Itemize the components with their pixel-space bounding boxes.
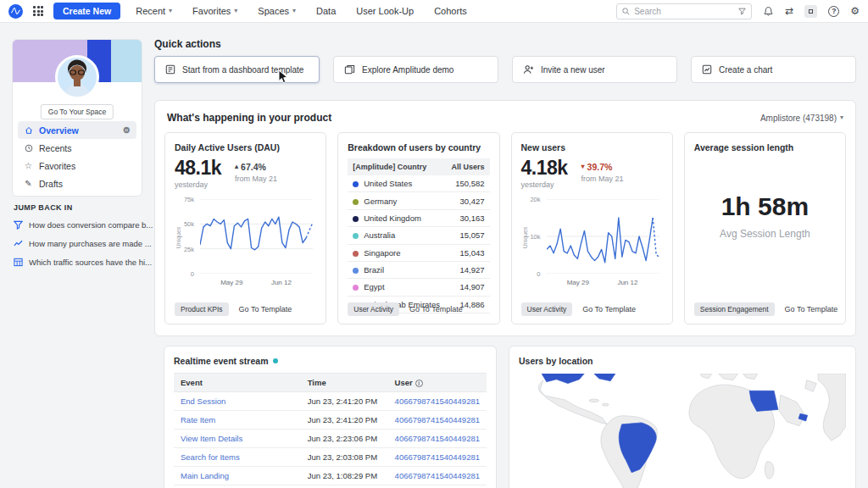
global-search bbox=[616, 3, 752, 19]
dau-chart-xticks: May 29Jun 12 bbox=[200, 279, 313, 289]
invite-user-button[interactable]: Invite a new user bbox=[512, 56, 677, 83]
add-user-icon bbox=[523, 64, 534, 75]
go-to-template-link[interactable]: Go To Template bbox=[582, 305, 636, 313]
star-icon: ☆ bbox=[24, 161, 33, 170]
event-link[interactable]: Rate Item bbox=[181, 415, 215, 424]
table-row: Search for ItemsJun 23, 2:03:08 PM406679… bbox=[174, 448, 487, 467]
user-id-link[interactable]: 4066798741540449281 bbox=[395, 434, 480, 443]
new-users-chart-yticks: 20k10k0 bbox=[521, 199, 543, 274]
user-id-link[interactable]: 4066798741540449281 bbox=[395, 452, 480, 462]
new-users-delta: ▾ 39.7% bbox=[581, 162, 624, 172]
menu-recent[interactable]: Recent▾ bbox=[136, 6, 172, 16]
create-chart-button[interactable]: Create a chart bbox=[691, 56, 856, 83]
profile-card: Go To Your Space Overview ⚙ Recents ☆ Fa… bbox=[12, 39, 142, 197]
table-row[interactable]: Brazil14,927 bbox=[348, 261, 489, 278]
jump-item-purchases[interactable]: How many purchases are made ... bbox=[14, 239, 146, 248]
product-kpis-tag[interactable]: Product KPIs bbox=[175, 302, 229, 316]
main-menu: Recent▾ Favorites▾ Spaces▾ Data User Loo… bbox=[136, 6, 467, 16]
dau-chart-yticks: 75k50k25k0 bbox=[175, 199, 197, 274]
table-row[interactable]: Egypt14,907 bbox=[348, 279, 489, 296]
go-to-your-space-button[interactable]: Go To Your Space bbox=[41, 104, 114, 119]
help-icon[interactable]: ? bbox=[828, 6, 839, 17]
amplitude-logo-icon[interactable] bbox=[8, 4, 23, 19]
menu-user-look-up[interactable]: User Look-Up bbox=[356, 6, 414, 16]
apps-grid-icon[interactable] bbox=[33, 6, 43, 16]
user-id-link[interactable]: 4066798741540449281 bbox=[395, 471, 480, 480]
sidebar-item-favorites[interactable]: ☆ Favorites bbox=[18, 157, 136, 175]
jump-item-traffic-sources[interactable]: Which traffic sources have the hi... bbox=[14, 258, 146, 267]
menu-cohorts[interactable]: Cohorts bbox=[434, 6, 467, 16]
pencil-icon: ✎ bbox=[24, 179, 33, 188]
table-row: Main LandingJun 23, 1:08:29 PM4066798741… bbox=[174, 467, 487, 485]
go-to-template-link[interactable]: Go To Template bbox=[239, 305, 292, 313]
sidebar-item-label: Overview bbox=[39, 125, 79, 136]
table-row[interactable]: Singapore15,043 bbox=[348, 244, 489, 261]
series-color-dot bbox=[353, 268, 359, 274]
event-link[interactable]: View Item Details bbox=[181, 434, 242, 443]
new-users-card: New users 4.18k yesterday ▾ 39.7% from M… bbox=[511, 132, 673, 324]
sidebar-item-drafts[interactable]: ✎ Drafts bbox=[18, 175, 136, 192]
session-engagement-tag[interactable]: Session Engagement bbox=[694, 302, 775, 316]
table-row: Complete ProfileJun 23, 1:04:24 PM406679… bbox=[174, 485, 487, 488]
user-col-header: User bbox=[395, 378, 413, 387]
browser-windows-icon bbox=[344, 64, 355, 75]
go-to-template-link[interactable]: Go To Template bbox=[785, 305, 838, 313]
filter-funnel-icon[interactable] bbox=[738, 8, 746, 15]
table-icon bbox=[14, 258, 23, 267]
pathfinder-arrows-icon[interactable]: ⇄ bbox=[785, 6, 793, 16]
event-link[interactable]: Search for Items bbox=[181, 452, 240, 462]
menu-favorites[interactable]: Favorites▾ bbox=[192, 6, 237, 16]
user-id-link[interactable]: 4066798741540449281 bbox=[395, 396, 480, 406]
event-col-header: Event bbox=[174, 374, 301, 392]
avatar[interactable] bbox=[55, 55, 99, 99]
country-table: [Amplitude] Country All Users United Sta… bbox=[348, 158, 489, 313]
menu-spaces[interactable]: Spaces▾ bbox=[258, 6, 296, 16]
live-indicator-dot bbox=[273, 358, 278, 363]
users-by-location-card: Users by location bbox=[509, 346, 856, 488]
go-to-template-link[interactable]: Go To Template bbox=[409, 305, 463, 313]
new-users-chart-xticks: May 29Jun 12 bbox=[547, 279, 659, 289]
new-users-value: 4.18k bbox=[521, 158, 568, 178]
product-updates-icon[interactable] bbox=[804, 5, 817, 18]
overview-settings-gear-icon[interactable]: ⚙ bbox=[123, 125, 131, 135]
sidebar-item-overview[interactable]: Overview ⚙ bbox=[18, 121, 136, 139]
table-row[interactable]: United States150,582 bbox=[348, 175, 489, 192]
table-row[interactable]: Germany30,427 bbox=[348, 192, 489, 209]
series-color-dot bbox=[353, 233, 359, 239]
table-row: View Item DetailsJun 23, 2:23:06 PM40667… bbox=[174, 430, 487, 448]
sidebar-item-label: Favorites bbox=[39, 161, 75, 171]
table-row[interactable]: Australia15,057 bbox=[348, 227, 489, 244]
info-icon[interactable]: i bbox=[415, 380, 423, 387]
country-col-header: [Amplitude] Country bbox=[348, 158, 446, 175]
menu-data[interactable]: Data bbox=[316, 6, 336, 16]
chevron-down-icon: ▾ bbox=[292, 8, 296, 14]
country-card-title: Breakdown of users by country bbox=[348, 142, 489, 152]
series-color-dot bbox=[353, 216, 359, 222]
notifications-bell-icon[interactable] bbox=[763, 6, 774, 17]
jump-back-in-section: JUMP BACK IN How does conversion compare… bbox=[14, 203, 146, 276]
sidebar-item-label: Drafts bbox=[39, 179, 63, 189]
series-color-dot bbox=[353, 199, 359, 205]
jump-item-conversion[interactable]: How does conversion compare b... bbox=[14, 220, 146, 230]
start-dashboard-template-button[interactable]: Start from a dashboard template bbox=[154, 56, 320, 83]
sidebar-item-recents[interactable]: Recents bbox=[18, 139, 136, 157]
project-selector[interactable]: Amplistore (473198) ▾ bbox=[760, 114, 843, 123]
settings-gear-icon[interactable]: ⚙ bbox=[850, 6, 860, 16]
quick-actions-heading: Quick actions bbox=[154, 38, 221, 50]
event-table: Event Time Useri End SessionJun 23, 2:41… bbox=[174, 373, 487, 488]
panel-title: What's happening in your product bbox=[167, 112, 331, 124]
user-activity-tag[interactable]: User Activity bbox=[348, 302, 399, 316]
create-new-button[interactable]: Create New bbox=[53, 3, 120, 19]
time-col-header: Time bbox=[301, 374, 388, 392]
world-map[interactable]: + bbox=[519, 374, 846, 488]
line-chart-icon bbox=[14, 239, 23, 248]
user-activity-tag[interactable]: User Activity bbox=[521, 302, 573, 316]
user-id-link[interactable]: 4066798741540449281 bbox=[395, 415, 480, 424]
realtime-card-title: Realtime event stream bbox=[174, 356, 268, 366]
event-link[interactable]: Main Landing bbox=[181, 471, 229, 480]
clock-icon bbox=[24, 144, 33, 152]
event-link[interactable]: End Session bbox=[181, 396, 225, 406]
search-input[interactable] bbox=[634, 7, 734, 16]
explore-demo-button[interactable]: Explore Amplitude demo bbox=[333, 56, 498, 83]
table-row[interactable]: United Kingdom30,163 bbox=[348, 209, 489, 226]
